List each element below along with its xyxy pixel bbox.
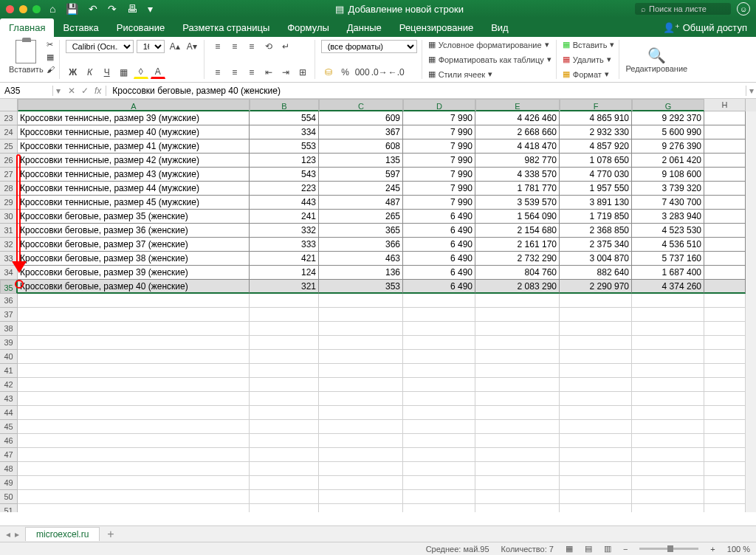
qat-dropdown[interactable]: ▾ (148, 3, 153, 15)
cell[interactable] (632, 336, 704, 350)
find-icon[interactable]: 🔍 (647, 46, 666, 64)
cell[interactable]: 487 (319, 196, 403, 210)
table-row[interactable]: 48 (0, 462, 756, 476)
cell[interactable] (475, 378, 560, 392)
cell-styles-button[interactable]: ▦ Стили ячеек ▾ (428, 69, 551, 79)
cell[interactable]: 982 770 (475, 154, 560, 168)
row-header[interactable]: 50 (0, 490, 18, 504)
cell[interactable] (250, 448, 319, 462)
cell[interactable] (319, 392, 403, 406)
fill-color-button[interactable]: ◊ (134, 66, 148, 79)
cell[interactable]: 7 990 (403, 139, 475, 154)
copy-icon[interactable]: ▦ (47, 52, 55, 62)
cell[interactable] (560, 434, 632, 448)
cell[interactable]: 241 (250, 210, 319, 224)
cell[interactable] (250, 490, 319, 504)
cell[interactable] (560, 420, 632, 434)
cell[interactable] (704, 182, 746, 196)
cell[interactable] (319, 378, 403, 392)
cell[interactable]: 3 739 320 (632, 182, 704, 196)
cell[interactable] (560, 392, 632, 406)
row-header[interactable]: 33 (0, 252, 18, 266)
cell[interactable]: 333 (250, 238, 319, 252)
cell[interactable] (250, 434, 319, 448)
cell[interactable]: Кроссовки теннисные, размер 45 (мужские) (18, 196, 250, 210)
row-header[interactable]: 47 (0, 448, 18, 462)
cell[interactable] (704, 476, 746, 490)
cell[interactable] (18, 420, 250, 434)
table-row[interactable]: 51 (0, 504, 756, 512)
maximize-window[interactable] (32, 5, 41, 13)
col-header-f[interactable]: F (560, 99, 632, 111)
cell[interactable] (475, 504, 560, 512)
cancel-formula-icon[interactable]: ✕ (68, 86, 75, 96)
table-row[interactable]: 25 Кроссовки теннисные, размер 41 (мужск… (0, 139, 756, 154)
cell[interactable] (250, 308, 319, 322)
cell[interactable] (632, 448, 704, 462)
underline-button[interactable]: Ч (100, 66, 114, 79)
bold-button[interactable]: Ж (66, 66, 80, 79)
indent-dec-icon[interactable]: ⇤ (261, 66, 276, 79)
namebox-dropdown[interactable]: ▾ (53, 86, 63, 96)
zoom-in-button[interactable]: + (710, 545, 715, 554)
cell[interactable] (250, 420, 319, 434)
feedback-icon[interactable]: ☺ (737, 2, 750, 15)
cell[interactable] (560, 448, 632, 462)
cell[interactable] (319, 364, 403, 378)
row-header[interactable]: 23 (0, 111, 18, 125)
cell[interactable] (403, 406, 475, 420)
cell[interactable]: 421 (250, 252, 319, 266)
row-header[interactable]: 42 (0, 378, 18, 392)
cell[interactable] (704, 125, 746, 139)
cell[interactable]: Кроссовки беговые, размер 36 (женские) (18, 224, 250, 238)
row-header[interactable]: 44 (0, 406, 18, 420)
cell[interactable] (632, 462, 704, 476)
cell[interactable] (250, 294, 319, 308)
cell[interactable] (319, 504, 403, 512)
cell[interactable] (560, 350, 632, 364)
cut-icon[interactable]: ✂ (47, 40, 55, 49)
cell[interactable] (250, 336, 319, 350)
fx-icon[interactable]: fx (94, 86, 101, 96)
cell[interactable] (18, 462, 250, 476)
cell[interactable] (319, 490, 403, 504)
cell[interactable] (704, 252, 746, 266)
cell[interactable] (704, 196, 746, 210)
table-row[interactable]: 46 (0, 434, 756, 448)
cell[interactable]: 3 004 870 (560, 252, 632, 266)
cell[interactable] (250, 378, 319, 392)
cell[interactable] (632, 378, 704, 392)
sheet-tab[interactable]: microexcel.ru (25, 527, 100, 541)
align-bottom-icon[interactable]: ≡ (244, 40, 259, 53)
table-row[interactable]: 42 (0, 378, 756, 392)
cell[interactable] (704, 490, 746, 504)
tab-data[interactable]: Данные (338, 18, 391, 37)
col-header-a[interactable]: A (18, 99, 250, 111)
cell[interactable] (319, 322, 403, 336)
cell[interactable]: 9 276 390 (632, 139, 704, 154)
cell[interactable]: 543 (250, 168, 319, 182)
table-row[interactable]: 35 Кроссовки беговые, размер 40 (женские… (0, 280, 756, 294)
row-header[interactable]: 34 (0, 266, 18, 280)
comma-icon[interactable]: 000 (355, 66, 370, 79)
cell[interactable] (250, 364, 319, 378)
cell[interactable]: 367 (319, 125, 403, 139)
cell[interactable] (632, 490, 704, 504)
cell[interactable]: 9 292 370 (632, 111, 704, 125)
cell[interactable]: 6 490 (403, 210, 475, 224)
table-row[interactable]: 34 Кроссовки беговые, размер 39 (женские… (0, 266, 756, 280)
cell[interactable]: 6 490 (403, 224, 475, 238)
minimize-window[interactable] (19, 5, 27, 13)
cell[interactable] (632, 350, 704, 364)
tab-draw[interactable]: Рисование (108, 18, 173, 37)
col-header-c[interactable]: C (319, 99, 403, 111)
cell[interactable]: 882 640 (560, 266, 632, 280)
align-left-icon[interactable]: ≡ (210, 66, 225, 79)
cell[interactable] (18, 294, 250, 308)
cell[interactable]: 6 490 (403, 238, 475, 252)
cell[interactable]: 2 932 330 (560, 125, 632, 139)
number-format-select[interactable]: (все форматы) (321, 40, 417, 53)
row-header[interactable]: 32 (0, 238, 18, 252)
tab-insert[interactable]: Вставка (54, 18, 107, 37)
cell[interactable] (18, 490, 250, 504)
